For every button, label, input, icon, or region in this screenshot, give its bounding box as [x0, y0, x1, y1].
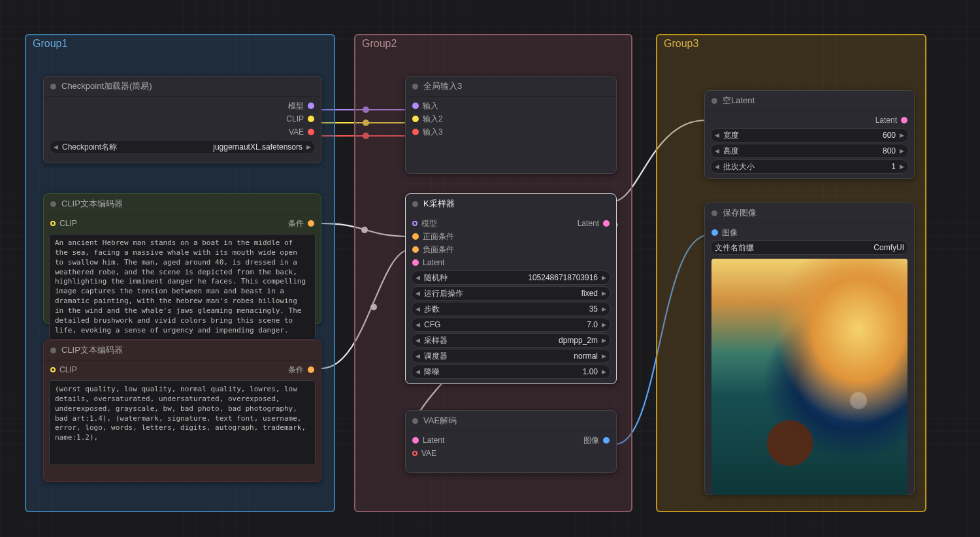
input-port-clip[interactable]: CLIP	[50, 365, 77, 374]
output-port-latent[interactable]: Latent	[875, 116, 907, 125]
port-dot-icon	[603, 437, 610, 444]
param-ksampler-2[interactable]: 步数35	[411, 302, 611, 316]
node-title: 保存图像	[723, 207, 757, 219]
port-dot-icon	[412, 221, 417, 226]
port-dot-icon	[412, 259, 419, 266]
input-port-3[interactable]: 输入3	[412, 127, 443, 138]
collapse-dot-icon[interactable]	[412, 418, 418, 424]
node-save-image[interactable]: 保存图像 图像 文件名前缀 ComfyUI	[704, 203, 915, 495]
param-ksampler-4[interactable]: 采样器dpmpp_2m	[411, 333, 611, 348]
node-title: 全局输入3	[423, 80, 462, 92]
collapse-dot-icon[interactable]	[412, 201, 418, 207]
input-port-image[interactable]: 图像	[711, 227, 738, 238]
output-port-clip[interactable]: CLIP	[286, 114, 314, 123]
port-dot-icon	[412, 129, 419, 135]
port-dot-icon	[901, 117, 907, 123]
output-port-image[interactable]: 图像	[583, 435, 610, 446]
collapse-dot-icon[interactable]	[412, 84, 418, 90]
input-port-latent[interactable]: Latent	[412, 258, 444, 267]
collapse-dot-icon[interactable]	[711, 98, 717, 104]
node-title: Checkpoint加载器(简易)	[61, 80, 152, 92]
param-filename-prefix[interactable]: 文件名前缀 ComfyUI	[710, 240, 909, 255]
node-title: CLIP文本编码器	[61, 198, 123, 210]
collapse-dot-icon[interactable]	[711, 210, 717, 216]
port-dot-icon	[603, 220, 610, 227]
node-header[interactable]: 全局输入3	[406, 76, 616, 97]
param-ksampler-0[interactable]: 随机种1052486718703916	[411, 270, 611, 285]
port-dot-icon	[412, 451, 417, 456]
node-clip-text-encode-negative[interactable]: CLIP文本编码器 CLIP 条件 (worst quality, low qu…	[43, 340, 321, 482]
input-port-negative[interactable]: 负面条件	[412, 244, 454, 255]
node-title: VAE解码	[423, 415, 457, 427]
node-title: CLIP文本编码器	[61, 344, 123, 356]
input-port-clip[interactable]: CLIP	[50, 219, 77, 228]
input-port-positive[interactable]: 正面条件	[412, 231, 454, 242]
port-dot-icon	[308, 220, 314, 227]
param-ksampler-6[interactable]: 降噪1.00	[411, 365, 611, 379]
param-ksampler-3[interactable]: CFG7.0	[411, 317, 611, 332]
node-header[interactable]: VAE解码	[406, 411, 616, 431]
port-dot-icon	[412, 437, 419, 444]
node-empty-latent[interactable]: 空Latent Latent 宽度600高度800批次大小1	[704, 90, 915, 179]
param-latent-2[interactable]: 批次大小1	[710, 159, 909, 174]
node-header[interactable]: 空Latent	[705, 91, 914, 111]
param-ksampler-5[interactable]: 调度器normal	[411, 349, 611, 363]
output-port-vae[interactable]: VAE	[289, 127, 314, 137]
node-title: 空Latent	[723, 95, 755, 106]
group-1-title: Group1	[33, 38, 67, 50]
input-port-vae[interactable]: VAE	[412, 449, 436, 458]
input-port-1[interactable]: 输入	[412, 101, 438, 112]
node-header[interactable]: K采样器	[406, 194, 616, 214]
port-dot-icon	[50, 221, 56, 226]
input-port-latent[interactable]: Latent	[412, 436, 444, 445]
group-3-title: Group3	[664, 38, 698, 50]
output-image-preview[interactable]	[711, 259, 907, 495]
port-dot-icon	[412, 116, 419, 122]
output-port-model[interactable]: 模型	[288, 101, 314, 112]
output-port-latent[interactable]: Latent	[578, 219, 610, 228]
prompt-text-input[interactable]: An ancient Hebrew man stands on a boat i…	[49, 234, 316, 340]
port-dot-icon	[412, 233, 419, 240]
node-clip-text-encode-positive[interactable]: CLIP文本编码器 CLIP 条件 An ancient Hebrew man …	[43, 193, 321, 324]
port-dot-icon	[308, 366, 314, 373]
node-title: K采样器	[423, 198, 455, 210]
collapse-dot-icon[interactable]	[50, 201, 56, 207]
param-latent-0[interactable]: 宽度600	[710, 128, 909, 142]
node-header[interactable]: Checkpoint加载器(简易)	[44, 76, 321, 97]
collapse-dot-icon[interactable]	[50, 348, 56, 353]
node-checkpoint-loader[interactable]: Checkpoint加载器(简易) 模型 CLIP	[43, 76, 321, 163]
port-dot-icon	[412, 103, 419, 109]
output-port-conditioning[interactable]: 条件	[288, 218, 314, 229]
port-dot-icon	[50, 367, 56, 372]
param-ksampler-1[interactable]: 运行后操作fixed	[411, 286, 611, 301]
param-latent-1[interactable]: 高度800	[710, 144, 909, 158]
port-dot-icon	[308, 129, 314, 135]
node-header[interactable]: CLIP文本编码器	[44, 340, 321, 361]
node-ksampler[interactable]: K采样器 模型 Latent 正面条件	[405, 193, 617, 384]
input-port-2[interactable]: 输入2	[412, 114, 443, 125]
port-dot-icon	[308, 116, 314, 122]
port-dot-icon	[308, 103, 314, 109]
collapse-dot-icon[interactable]	[50, 84, 56, 90]
node-header[interactable]: CLIP文本编码器	[44, 194, 321, 214]
output-port-conditioning[interactable]: 条件	[288, 365, 314, 376]
input-port-model[interactable]: 模型	[412, 218, 437, 229]
node-global-input-3[interactable]: 全局输入3 输入 输入2 输入3	[405, 76, 617, 174]
prompt-text-input[interactable]: (worst quality, low quality, normal qual…	[49, 380, 316, 465]
port-dot-icon	[412, 246, 419, 253]
node-vae-decode[interactable]: VAE解码 Latent 图像 VAE	[405, 410, 617, 473]
param-checkpoint-name[interactable]: Checkpoint名称 juggernautXL.safetensors	[49, 140, 316, 154]
node-header[interactable]: 保存图像	[705, 203, 914, 223]
port-dot-icon	[711, 229, 718, 236]
group-2-title: Group2	[362, 38, 397, 50]
